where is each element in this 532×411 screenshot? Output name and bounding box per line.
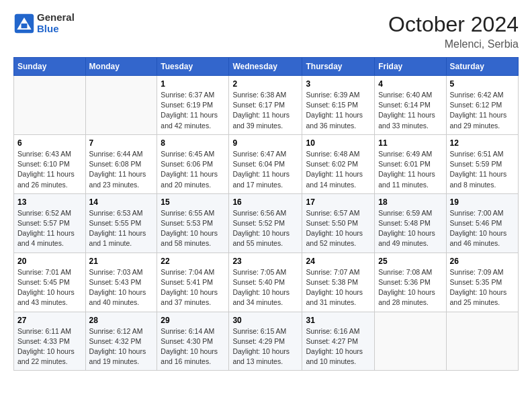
- day-info: Sunrise: 6:57 AMSunset: 5:50 PMDaylight:…: [306, 208, 371, 249]
- calendar-day-cell: 24Sunrise: 7:07 AMSunset: 5:38 PMDayligh…: [302, 253, 375, 312]
- day-info: Sunrise: 6:12 AMSunset: 4:32 PMDaylight:…: [89, 326, 154, 367]
- calendar-day-cell: 19Sunrise: 7:00 AMSunset: 5:46 PMDayligh…: [446, 193, 519, 253]
- logo-text: General Blue: [37, 12, 75, 34]
- day-info: Sunrise: 6:11 AMSunset: 4:33 PMDaylight:…: [17, 326, 82, 367]
- day-info: Sunrise: 6:52 AMSunset: 5:57 PMDaylight:…: [17, 208, 82, 249]
- day-info: Sunrise: 6:15 AMSunset: 4:29 PMDaylight:…: [232, 326, 298, 367]
- calendar-day-cell: 26Sunrise: 7:09 AMSunset: 5:35 PMDayligh…: [446, 253, 519, 312]
- weekday-header-cell: Monday: [85, 58, 157, 76]
- day-number: 4: [378, 79, 442, 89]
- day-number: 3: [306, 79, 371, 89]
- calendar-day-cell: 21Sunrise: 7:03 AMSunset: 5:43 PMDayligh…: [85, 253, 157, 312]
- calendar-day-cell: 6Sunrise: 6:43 AMSunset: 6:10 PMDaylight…: [14, 134, 86, 193]
- day-info: Sunrise: 6:42 AMSunset: 6:12 PMDaylight:…: [450, 90, 515, 131]
- day-info: Sunrise: 6:53 AMSunset: 5:55 PMDaylight:…: [89, 208, 154, 249]
- day-info: Sunrise: 6:14 AMSunset: 4:30 PMDaylight:…: [161, 326, 225, 367]
- day-info: Sunrise: 6:45 AMSunset: 6:06 PMDaylight:…: [161, 149, 225, 190]
- calendar-day-cell: 16Sunrise: 6:56 AMSunset: 5:52 PMDayligh…: [229, 193, 302, 253]
- calendar-day-cell: 10Sunrise: 6:48 AMSunset: 6:02 PMDayligh…: [302, 134, 375, 193]
- calendar-day-cell: 30Sunrise: 6:15 AMSunset: 4:29 PMDayligh…: [229, 312, 302, 371]
- weekday-header-cell: Wednesday: [229, 58, 302, 76]
- day-info: Sunrise: 6:39 AMSunset: 6:15 PMDaylight:…: [306, 90, 371, 131]
- day-info: Sunrise: 6:55 AMSunset: 5:53 PMDaylight:…: [161, 208, 225, 249]
- day-number: 30: [232, 316, 298, 325]
- day-number: 10: [306, 138, 371, 148]
- title-block: October 2024 Melenci, Serbia: [388, 12, 519, 50]
- day-number: 17: [306, 197, 371, 207]
- day-number: 29: [161, 316, 225, 325]
- day-number: 24: [306, 257, 371, 266]
- weekday-header-cell: Thursday: [302, 58, 375, 76]
- weekday-header-cell: Friday: [375, 58, 446, 76]
- calendar-day-cell: 7Sunrise: 6:44 AMSunset: 6:08 PMDaylight…: [85, 134, 157, 193]
- calendar-day-cell: 14Sunrise: 6:53 AMSunset: 5:55 PMDayligh…: [85, 193, 157, 253]
- day-number: 5: [450, 79, 515, 89]
- calendar-day-cell: 13Sunrise: 6:52 AMSunset: 5:57 PMDayligh…: [14, 193, 86, 253]
- day-info: Sunrise: 6:16 AMSunset: 4:27 PMDaylight:…: [306, 326, 371, 367]
- calendar-week-row: 20Sunrise: 7:01 AMSunset: 5:45 PMDayligh…: [14, 253, 519, 312]
- calendar-day-cell: 29Sunrise: 6:14 AMSunset: 4:30 PMDayligh…: [157, 312, 229, 371]
- calendar-day-cell: [446, 312, 519, 371]
- logo-icon: [13, 13, 35, 34]
- calendar-week-row: 27Sunrise: 6:11 AMSunset: 4:33 PMDayligh…: [14, 312, 519, 371]
- calendar-week-row: 13Sunrise: 6:52 AMSunset: 5:57 PMDayligh…: [14, 193, 519, 253]
- calendar-day-cell: 22Sunrise: 7:04 AMSunset: 5:41 PMDayligh…: [157, 253, 229, 312]
- calendar-day-cell: 28Sunrise: 6:12 AMSunset: 4:32 PMDayligh…: [85, 312, 157, 371]
- day-number: 23: [232, 257, 298, 266]
- calendar-day-cell: 2Sunrise: 6:38 AMSunset: 6:17 PMDaylight…: [229, 76, 302, 135]
- calendar-day-cell: 1Sunrise: 6:37 AMSunset: 6:19 PMDaylight…: [157, 76, 229, 135]
- calendar-day-cell: [85, 76, 157, 135]
- day-number: 7: [89, 138, 154, 148]
- day-number: 28: [89, 316, 154, 325]
- weekday-header-cell: Tuesday: [157, 58, 229, 76]
- day-info: Sunrise: 6:49 AMSunset: 6:01 PMDaylight:…: [378, 149, 442, 190]
- day-number: 16: [232, 197, 298, 207]
- day-info: Sunrise: 7:03 AMSunset: 5:43 PMDaylight:…: [89, 267, 154, 308]
- day-info: Sunrise: 6:59 AMSunset: 5:48 PMDaylight:…: [378, 208, 442, 249]
- day-number: 2: [232, 79, 298, 89]
- day-number: 27: [17, 316, 82, 325]
- header: General Blue October 2024 Melenci, Serbi…: [13, 12, 519, 50]
- calendar-day-cell: [375, 312, 446, 371]
- day-info: Sunrise: 6:40 AMSunset: 6:14 PMDaylight:…: [378, 90, 442, 131]
- day-info: Sunrise: 7:04 AMSunset: 5:41 PMDaylight:…: [161, 267, 225, 308]
- calendar-day-cell: 20Sunrise: 7:01 AMSunset: 5:45 PMDayligh…: [14, 253, 86, 312]
- day-info: Sunrise: 6:56 AMSunset: 5:52 PMDaylight:…: [232, 208, 298, 249]
- day-info: Sunrise: 6:47 AMSunset: 6:04 PMDaylight:…: [232, 149, 298, 190]
- day-info: Sunrise: 6:37 AMSunset: 6:19 PMDaylight:…: [161, 90, 225, 131]
- weekday-header-cell: Saturday: [446, 58, 519, 76]
- day-info: Sunrise: 7:00 AMSunset: 5:46 PMDaylight:…: [450, 208, 515, 249]
- day-info: Sunrise: 7:07 AMSunset: 5:38 PMDaylight:…: [306, 267, 371, 308]
- weekday-header-row: SundayMondayTuesdayWednesdayThursdayFrid…: [14, 58, 519, 76]
- day-info: Sunrise: 6:44 AMSunset: 6:08 PMDaylight:…: [89, 149, 154, 190]
- calendar-day-cell: 23Sunrise: 7:05 AMSunset: 5:40 PMDayligh…: [229, 253, 302, 312]
- day-number: 11: [378, 138, 442, 148]
- day-info: Sunrise: 6:51 AMSunset: 5:59 PMDaylight:…: [450, 149, 515, 190]
- day-number: 25: [378, 257, 442, 266]
- day-number: 15: [161, 197, 225, 207]
- day-info: Sunrise: 6:48 AMSunset: 6:02 PMDaylight:…: [306, 149, 371, 190]
- svg-rect-2: [21, 24, 28, 28]
- day-number: 18: [378, 197, 442, 207]
- calendar-day-cell: 3Sunrise: 6:39 AMSunset: 6:15 PMDaylight…: [302, 76, 375, 135]
- calendar-day-cell: 5Sunrise: 6:42 AMSunset: 6:12 PMDaylight…: [446, 76, 519, 135]
- day-info: Sunrise: 6:43 AMSunset: 6:10 PMDaylight:…: [17, 149, 82, 190]
- calendar: SundayMondayTuesdayWednesdayThursdayFrid…: [13, 57, 519, 371]
- day-number: 19: [450, 197, 515, 207]
- calendar-day-cell: 27Sunrise: 6:11 AMSunset: 4:33 PMDayligh…: [14, 312, 86, 371]
- day-number: 26: [450, 257, 515, 266]
- day-number: 20: [17, 257, 82, 266]
- calendar-day-cell: 25Sunrise: 7:08 AMSunset: 5:36 PMDayligh…: [375, 253, 446, 312]
- calendar-day-cell: 11Sunrise: 6:49 AMSunset: 6:01 PMDayligh…: [375, 134, 446, 193]
- logo-general-text: General: [37, 12, 75, 24]
- logo-blue-text: Blue: [37, 24, 75, 35]
- day-number: 6: [17, 138, 82, 148]
- calendar-day-cell: 12Sunrise: 6:51 AMSunset: 5:59 PMDayligh…: [446, 134, 519, 193]
- day-info: Sunrise: 7:01 AMSunset: 5:45 PMDaylight:…: [17, 267, 82, 308]
- day-number: 1: [161, 79, 225, 89]
- day-number: 12: [450, 138, 515, 148]
- calendar-day-cell: 31Sunrise: 6:16 AMSunset: 4:27 PMDayligh…: [302, 312, 375, 371]
- calendar-day-cell: 15Sunrise: 6:55 AMSunset: 5:53 PMDayligh…: [157, 193, 229, 253]
- calendar-day-cell: [14, 76, 86, 135]
- logo: General Blue: [13, 12, 75, 34]
